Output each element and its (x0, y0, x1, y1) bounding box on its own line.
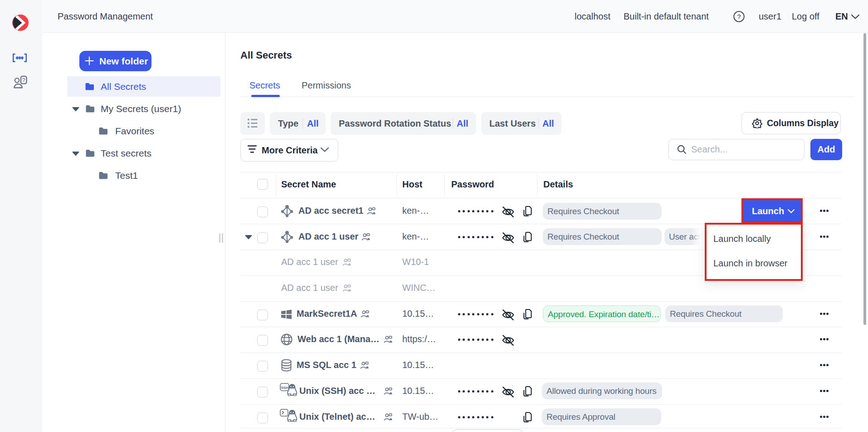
svg-text:SSH: SSH (281, 386, 288, 390)
svg-text:?: ? (22, 77, 25, 83)
svg-text:?: ? (737, 13, 741, 20)
